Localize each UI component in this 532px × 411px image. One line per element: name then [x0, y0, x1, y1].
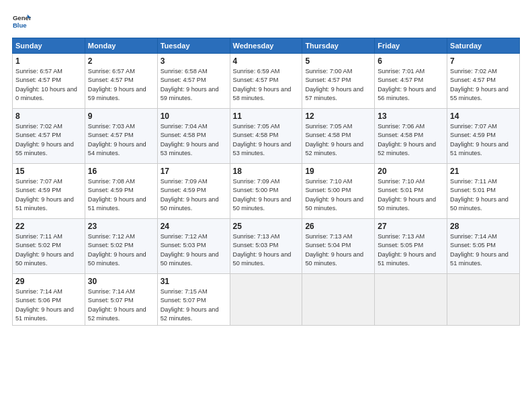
- day-number: 7: [450, 56, 517, 66]
- calendar-cell: 1 Sunrise: 6:57 AMSunset: 4:57 PMDayligh…: [13, 54, 85, 109]
- weekday-thursday: Thursday: [302, 38, 375, 54]
- day-number: 11: [233, 111, 300, 121]
- calendar-cell: 10 Sunrise: 7:04 AMSunset: 4:58 PMDaylig…: [157, 109, 230, 164]
- day-info: Sunrise: 7:01 AMSunset: 4:57 PMDaylight:…: [378, 68, 436, 101]
- day-number: 15: [15, 167, 82, 176]
- day-info: Sunrise: 7:10 AMSunset: 5:00 PMDaylight:…: [305, 178, 363, 212]
- calendar-page: General Blue SundayMondayTuesdayWednesda…: [0, 0, 532, 411]
- calendar-cell: 3 Sunrise: 6:58 AMSunset: 4:57 PMDayligh…: [157, 54, 230, 109]
- day-info: Sunrise: 7:00 AMSunset: 4:57 PMDaylight:…: [305, 68, 363, 101]
- day-info: Sunrise: 7:03 AMSunset: 4:57 PMDaylight:…: [88, 123, 146, 156]
- day-number: 14: [450, 111, 517, 121]
- day-info: Sunrise: 7:14 AMSunset: 5:06 PMDaylight:…: [15, 288, 74, 322]
- calendar-cell: 20 Sunrise: 7:10 AMSunset: 5:01 PMDaylig…: [375, 164, 447, 219]
- day-info: Sunrise: 7:02 AMSunset: 4:57 PMDaylight:…: [450, 68, 508, 101]
- day-info: Sunrise: 7:12 AMSunset: 5:02 PMDaylight:…: [88, 233, 146, 267]
- calendar-week-1: 1 Sunrise: 6:57 AMSunset: 4:57 PMDayligh…: [13, 54, 520, 109]
- calendar-cell: 14 Sunrise: 7:07 AMSunset: 4:59 PMDaylig…: [447, 109, 520, 164]
- calendar-cell: 13 Sunrise: 7:06 AMSunset: 4:58 PMDaylig…: [375, 109, 447, 164]
- calendar-cell: 31 Sunrise: 7:15 AMSunset: 5:07 PMDaylig…: [157, 274, 230, 326]
- calendar-cell: [447, 274, 520, 326]
- day-number: 18: [233, 167, 300, 176]
- day-info: Sunrise: 7:09 AMSunset: 5:00 PMDaylight:…: [233, 178, 292, 212]
- weekday-friday: Friday: [375, 38, 447, 54]
- calendar-cell: 17 Sunrise: 7:09 AMSunset: 4:59 PMDaylig…: [157, 164, 230, 219]
- calendar-week-4: 22 Sunrise: 7:11 AMSunset: 5:02 PMDaylig…: [13, 219, 520, 274]
- day-number: 30: [88, 277, 154, 286]
- calendar-cell: 21 Sunrise: 7:11 AMSunset: 5:01 PMDaylig…: [447, 164, 520, 219]
- weekday-saturday: Saturday: [447, 38, 520, 54]
- weekday-wednesday: Wednesday: [230, 38, 302, 54]
- day-info: Sunrise: 7:04 AMSunset: 4:58 PMDaylight:…: [161, 123, 219, 156]
- day-number: 10: [161, 111, 227, 121]
- calendar-cell: 16 Sunrise: 7:08 AMSunset: 4:59 PMDaylig…: [85, 164, 157, 219]
- day-number: 22: [15, 222, 82, 231]
- day-info: Sunrise: 7:13 AMSunset: 5:03 PMDaylight:…: [233, 233, 292, 267]
- day-info: Sunrise: 7:10 AMSunset: 5:01 PMDaylight:…: [378, 178, 436, 212]
- day-number: 27: [378, 222, 444, 231]
- day-number: 23: [88, 222, 154, 231]
- weekday-header-row: SundayMondayTuesdayWednesdayThursdayFrid…: [13, 38, 520, 54]
- calendar-cell: [230, 274, 302, 326]
- day-number: 31: [161, 277, 227, 286]
- calendar-cell: 24 Sunrise: 7:12 AMSunset: 5:03 PMDaylig…: [157, 219, 230, 274]
- calendar-table: SundayMondayTuesdayWednesdayThursdayFrid…: [12, 38, 520, 326]
- calendar-cell: 19 Sunrise: 7:10 AMSunset: 5:00 PMDaylig…: [302, 164, 375, 219]
- calendar-cell: 18 Sunrise: 7:09 AMSunset: 5:00 PMDaylig…: [230, 164, 302, 219]
- weekday-tuesday: Tuesday: [157, 38, 230, 54]
- day-number: 13: [378, 111, 444, 121]
- calendar-cell: 25 Sunrise: 7:13 AMSunset: 5:03 PMDaylig…: [230, 219, 302, 274]
- day-number: 1: [15, 56, 82, 66]
- day-info: Sunrise: 7:06 AMSunset: 4:58 PMDaylight:…: [378, 123, 436, 156]
- day-info: Sunrise: 7:02 AMSunset: 4:57 PMDaylight:…: [15, 123, 74, 156]
- svg-text:Blue: Blue: [13, 21, 27, 29]
- calendar-cell: 7 Sunrise: 7:02 AMSunset: 4:57 PMDayligh…: [447, 54, 520, 109]
- calendar-cell: 12 Sunrise: 7:05 AMSunset: 4:58 PMDaylig…: [302, 109, 375, 164]
- day-info: Sunrise: 7:14 AMSunset: 5:05 PMDaylight:…: [450, 233, 508, 267]
- calendar-cell: 28 Sunrise: 7:14 AMSunset: 5:05 PMDaylig…: [447, 219, 520, 274]
- day-info: Sunrise: 7:12 AMSunset: 5:03 PMDaylight:…: [161, 233, 219, 267]
- day-info: Sunrise: 7:14 AMSunset: 5:07 PMDaylight:…: [88, 288, 146, 322]
- calendar-cell: 26 Sunrise: 7:13 AMSunset: 5:04 PMDaylig…: [302, 219, 375, 274]
- calendar-cell: 23 Sunrise: 7:12 AMSunset: 5:02 PMDaylig…: [85, 219, 157, 274]
- day-info: Sunrise: 7:05 AMSunset: 4:58 PMDaylight:…: [233, 123, 292, 156]
- calendar-week-2: 8 Sunrise: 7:02 AMSunset: 4:57 PMDayligh…: [13, 109, 520, 164]
- calendar-cell: 30 Sunrise: 7:14 AMSunset: 5:07 PMDaylig…: [85, 274, 157, 326]
- calendar-cell: 29 Sunrise: 7:14 AMSunset: 5:06 PMDaylig…: [13, 274, 85, 326]
- day-number: 26: [305, 222, 371, 231]
- weekday-monday: Monday: [85, 38, 157, 54]
- day-number: 25: [233, 222, 300, 231]
- day-info: Sunrise: 7:11 AMSunset: 5:02 PMDaylight:…: [15, 233, 74, 267]
- calendar-cell: [302, 274, 375, 326]
- day-number: 17: [161, 167, 227, 176]
- day-number: 16: [88, 167, 154, 176]
- logo-icon: General Blue: [12, 12, 31, 31]
- day-number: 6: [378, 56, 444, 66]
- weekday-sunday: Sunday: [13, 38, 85, 54]
- calendar-cell: 11 Sunrise: 7:05 AMSunset: 4:58 PMDaylig…: [230, 109, 302, 164]
- day-number: 24: [161, 222, 227, 231]
- day-number: 9: [88, 111, 154, 121]
- day-number: 20: [378, 167, 444, 176]
- calendar-cell: 22 Sunrise: 7:11 AMSunset: 5:02 PMDaylig…: [13, 219, 85, 274]
- day-info: Sunrise: 7:11 AMSunset: 5:01 PMDaylight:…: [450, 178, 508, 212]
- day-number: 12: [305, 111, 371, 121]
- calendar-cell: 2 Sunrise: 6:57 AMSunset: 4:57 PMDayligh…: [85, 54, 157, 109]
- calendar-cell: 6 Sunrise: 7:01 AMSunset: 4:57 PMDayligh…: [375, 54, 447, 109]
- calendar-cell: [375, 274, 447, 326]
- day-number: 19: [305, 167, 371, 176]
- calendar-cell: 4 Sunrise: 6:59 AMSunset: 4:57 PMDayligh…: [230, 54, 302, 109]
- day-info: Sunrise: 6:57 AMSunset: 4:57 PMDaylight:…: [15, 68, 77, 101]
- day-info: Sunrise: 7:09 AMSunset: 4:59 PMDaylight:…: [161, 178, 219, 212]
- day-number: 4: [233, 56, 300, 66]
- day-info: Sunrise: 6:57 AMSunset: 4:57 PMDaylight:…: [88, 68, 146, 101]
- day-info: Sunrise: 7:13 AMSunset: 5:04 PMDaylight:…: [305, 233, 363, 267]
- day-info: Sunrise: 6:58 AMSunset: 4:57 PMDaylight:…: [161, 68, 219, 101]
- calendar-cell: 9 Sunrise: 7:03 AMSunset: 4:57 PMDayligh…: [85, 109, 157, 164]
- calendar-week-5: 29 Sunrise: 7:14 AMSunset: 5:06 PMDaylig…: [13, 274, 520, 326]
- day-number: 29: [15, 277, 82, 286]
- calendar-body: 1 Sunrise: 6:57 AMSunset: 4:57 PMDayligh…: [13, 54, 520, 326]
- day-info: Sunrise: 7:15 AMSunset: 5:07 PMDaylight:…: [161, 288, 219, 322]
- day-info: Sunrise: 7:08 AMSunset: 4:59 PMDaylight:…: [88, 178, 146, 212]
- day-number: 3: [161, 56, 227, 66]
